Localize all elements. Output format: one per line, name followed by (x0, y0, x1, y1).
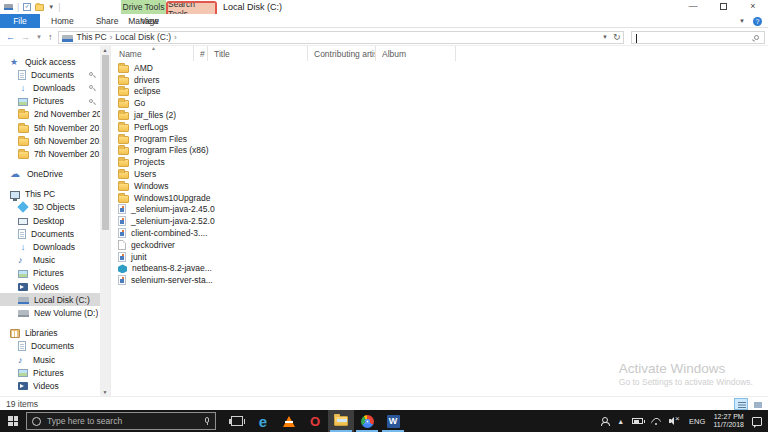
sidebar-item-documents[interactable]: Documents (0, 340, 100, 353)
sidebar-item-6th-november-2018[interactable]: 6th November 2018 (0, 134, 100, 147)
file-row[interactable]: PerfLogs (113, 121, 768, 133)
column-header--[interactable]: # (194, 46, 208, 61)
sidebar-item-documents[interactable]: Documents (0, 227, 100, 240)
file-row[interactable]: drivers (113, 74, 768, 86)
vlc-taskbar-button[interactable] (276, 410, 302, 432)
file-row[interactable]: client-combined-3.... (113, 227, 768, 239)
column-header-album[interactable]: Album (376, 46, 456, 61)
hidden-icons-chevron-icon[interactable]: ▲ (617, 418, 624, 425)
chrome-taskbar-button[interactable] (354, 410, 380, 432)
sidebar-item-5th-november-2018[interactable]: 5th November 2018 (0, 121, 100, 134)
breadcrumb-this-pc[interactable]: This PC (76, 32, 106, 42)
sidebar-group-quick-access[interactable]: Quick access (0, 55, 100, 68)
sidebar-item-new-volume-d-[interactable]: New Volume (D:) (0, 306, 100, 319)
tab-file[interactable]: File (0, 14, 40, 28)
start-button[interactable] (0, 410, 26, 432)
network-icon[interactable] (651, 417, 661, 425)
new-folder-icon[interactable] (35, 4, 44, 11)
taskbar-search-input[interactable]: Type here to search (26, 412, 216, 430)
file-row[interactable]: netbeans-8.2-javae... (113, 263, 768, 275)
column-header-name[interactable]: ▲Name (113, 46, 194, 61)
column-header-contributing-artists[interactable]: Contributing artists (308, 46, 376, 61)
ribbon-expand-icon[interactable]: ▼ (739, 18, 745, 24)
file-row[interactable]: Users (113, 168, 768, 180)
drive-icon[interactable] (4, 4, 13, 10)
sidebar-item-pictures[interactable]: Pictures (0, 366, 100, 379)
sidebar-group-label: OneDrive (27, 169, 63, 179)
sidebar-group-label: Quick access (25, 57, 76, 67)
sidebar-item-7th-november-2018[interactable]: 7th November 2018 (0, 147, 100, 160)
action-center-icon[interactable] (752, 417, 762, 426)
file-row[interactable]: Program Files (x86) (113, 145, 768, 157)
sidebar-scrollbar[interactable]: ▲ ▼ (100, 46, 110, 396)
sidebar-item-videos[interactable]: Videos (0, 379, 100, 392)
ribbon-tabrow: File HomeShareView Manage ▼ ? (0, 14, 768, 28)
file-row[interactable]: _selenium-java-2.52.0 (113, 215, 768, 227)
sidebar-item-pictures[interactable]: Pictures (0, 267, 100, 280)
sidebar-item-music[interactable]: Music (0, 254, 100, 267)
people-icon[interactable] (601, 417, 609, 425)
sidebar-item-2nd-november-2018[interactable]: 2nd November 2018 (0, 108, 100, 121)
file-row[interactable]: AMD (113, 62, 768, 74)
up-button[interactable]: ↑ (48, 32, 53, 42)
sidebar-group-onedrive[interactable]: OneDrive (0, 168, 100, 181)
file-row[interactable]: Windows10Upgrade (113, 192, 768, 204)
sidebar-group-this-pc[interactable]: This PC (0, 188, 100, 201)
sidebar-item-label: Pictures (33, 96, 64, 106)
sidebar-item-desktop[interactable]: Desktop (0, 214, 100, 227)
customize-qat-icon[interactable]: ▼ (48, 4, 54, 10)
sidebar-item-videos[interactable]: Videos (0, 280, 100, 293)
scroll-down-icon[interactable]: ▼ (100, 389, 110, 395)
recent-locations-icon[interactable]: ▼ (36, 34, 42, 40)
thumbnail-view-button[interactable] (750, 398, 764, 410)
file-explorer-taskbar-button[interactable] (328, 410, 354, 432)
folder-icon (18, 138, 29, 146)
word-taskbar-button[interactable]: W (380, 410, 406, 432)
file-row[interactable]: selenium-server-sta... (113, 274, 768, 286)
maximize-button[interactable] (708, 0, 738, 13)
sidebar-item-local-disk-c-[interactable]: Local Disk (C:) (0, 293, 100, 306)
sidebar-group-libraries[interactable]: Libraries (0, 327, 100, 340)
close-button[interactable]: × (738, 0, 768, 13)
scroll-up-icon[interactable]: ▲ (100, 47, 110, 53)
file-row[interactable]: junit (113, 251, 768, 263)
opera-taskbar-button[interactable]: O (302, 410, 328, 432)
file-row[interactable]: eclipse (113, 86, 768, 98)
file-row[interactable]: Go (113, 97, 768, 109)
battery-icon[interactable] (632, 418, 643, 424)
file-row[interactable]: Program Files (113, 133, 768, 145)
column-header-title[interactable]: Title (208, 46, 308, 61)
file-row[interactable]: _selenium-java-2.45.0 (113, 204, 768, 216)
tab-manage[interactable]: Manage (121, 14, 166, 28)
sidebar-item-downloads[interactable]: Downloads (0, 240, 100, 253)
file-row[interactable]: jar_files (2) (113, 109, 768, 121)
drive-tools-tab[interactable]: Drive Tools (121, 0, 166, 14)
tab-home[interactable]: Home (40, 14, 85, 28)
scrollbar-thumb[interactable] (102, 55, 109, 230)
minimize-button[interactable]: — (678, 0, 708, 13)
details-view-button[interactable] (734, 398, 748, 410)
clock[interactable]: 12:27 PM 11/7/2018 (713, 413, 744, 429)
microphone-icon[interactable] (205, 417, 209, 423)
back-button[interactable]: ← (6, 32, 15, 42)
language-indicator[interactable]: ENG (689, 417, 705, 426)
sidebar-item-music[interactable]: Music (0, 353, 100, 366)
sidebar-item-documents[interactable]: Documents (0, 68, 100, 81)
address-bar[interactable]: This PC › Local Disk (C:) › ▼ ↻ (58, 31, 624, 44)
address-dropdown-icon[interactable]: ▼ (602, 34, 608, 40)
sidebar-item-pictures[interactable]: Pictures (0, 95, 100, 108)
file-row[interactable]: geckodriver (113, 239, 768, 251)
edge-taskbar-button[interactable]: e (250, 410, 276, 432)
task-view-button[interactable] (224, 410, 250, 432)
breadcrumb-local-disk[interactable]: Local Disk (C:) (115, 32, 171, 42)
help-icon[interactable]: ? (753, 17, 762, 26)
forward-button[interactable]: → (21, 32, 30, 42)
search-input[interactable] (631, 31, 765, 44)
sidebar-item-3d-objects[interactable]: 3D Objects (0, 201, 100, 214)
properties-icon[interactable] (23, 3, 31, 11)
refresh-icon[interactable]: ↻ (613, 32, 621, 42)
volume-muted-icon[interactable] (669, 417, 681, 425)
file-row[interactable]: Projects (113, 156, 768, 168)
file-row[interactable]: Windows (113, 180, 768, 192)
sidebar-item-downloads[interactable]: Downloads (0, 81, 100, 94)
